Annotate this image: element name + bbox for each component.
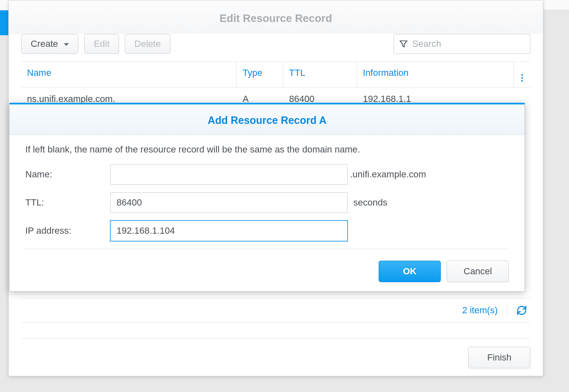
finish-button[interactable]: Finish xyxy=(468,347,530,368)
help-text: If left blank, the name of the resource … xyxy=(25,144,509,155)
search-box[interactable] xyxy=(394,34,530,54)
col-type[interactable]: Type xyxy=(237,62,283,87)
ok-button[interactable]: OK xyxy=(379,261,441,282)
chevron-down-icon xyxy=(64,43,69,46)
separator xyxy=(25,249,509,249)
item-count: 2 item(s) xyxy=(462,305,498,316)
col-ttl[interactable]: TTL xyxy=(283,62,357,87)
col-info[interactable]: Information xyxy=(357,62,514,87)
status-bar: 2 item(s) xyxy=(21,298,530,323)
inner-dialog-footer: OK Cancel xyxy=(10,253,525,291)
inner-dialog-body: If left blank, the name of the resource … xyxy=(10,135,525,253)
name-input[interactable] xyxy=(110,164,348,185)
ip-label: IP address: xyxy=(25,225,110,236)
refresh-icon[interactable] xyxy=(516,305,527,316)
ip-row: IP address: xyxy=(25,220,509,241)
name-row: Name: .unifi.example.com xyxy=(25,164,509,185)
dialog-title: Edit Resource Record xyxy=(9,0,543,34)
table-header: Name Type TTL Information xyxy=(21,62,530,88)
cancel-button[interactable]: Cancel xyxy=(447,261,509,282)
more-icon xyxy=(521,71,523,85)
edit-button[interactable]: Edit xyxy=(84,34,119,54)
dialog-footer: Finish xyxy=(21,338,530,368)
ttl-row: TTL: seconds xyxy=(25,192,509,213)
col-name[interactable]: Name xyxy=(21,62,237,87)
search-input[interactable] xyxy=(412,39,525,49)
ip-input[interactable] xyxy=(110,220,348,241)
filter-icon xyxy=(399,39,408,48)
background-accent xyxy=(0,10,9,35)
add-resource-record-dialog: Add Resource Record A If left blank, the… xyxy=(9,103,525,292)
ttl-suffix: seconds xyxy=(353,197,387,208)
name-suffix: .unifi.example.com xyxy=(350,169,426,180)
name-label: Name: xyxy=(25,169,110,180)
divider xyxy=(507,304,507,317)
col-menu[interactable] xyxy=(514,62,530,87)
ttl-input[interactable] xyxy=(110,192,348,213)
create-button[interactable]: Create xyxy=(21,34,78,54)
inner-dialog-title: Add Resource Record A xyxy=(10,104,525,135)
dialog-toolbar: Create Edit Delete xyxy=(9,34,543,61)
delete-button[interactable]: Delete xyxy=(125,34,170,54)
ttl-label: TTL: xyxy=(25,197,110,208)
create-button-label: Create xyxy=(31,39,58,49)
